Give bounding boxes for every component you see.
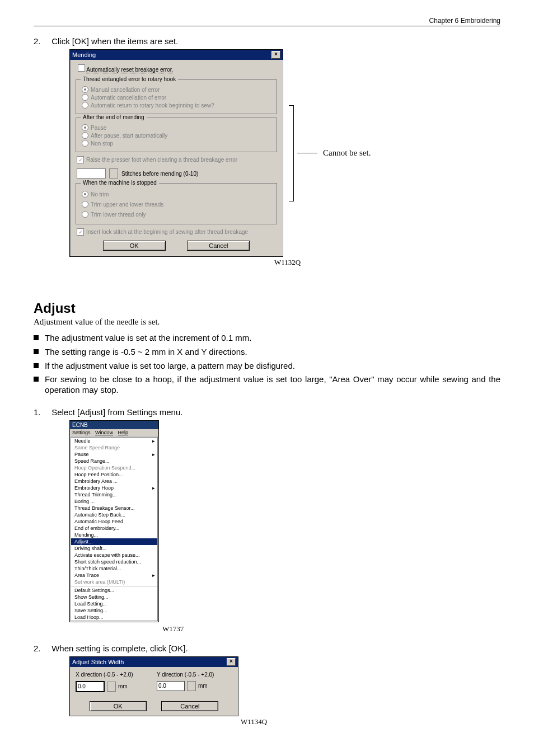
radio-icon[interactable]: [82, 124, 88, 131]
mi-load-hoop[interactable]: Load Hoop...: [71, 614, 157, 621]
checkbox-icon[interactable]: [78, 64, 85, 72]
grp1-opt1: Manual cancellation of error: [91, 87, 160, 93]
mi-activate[interactable]: Activate escape with pause...: [71, 552, 157, 558]
mm-label: mm: [118, 683, 128, 689]
mi-auto-step[interactable]: Automatic Step Back...: [71, 511, 157, 518]
menu-list: Needle Same Speed Range Pause Speed Rang…: [71, 437, 158, 621]
grp1-opt3: Automatic return to rotary hook beginnin…: [91, 102, 214, 109]
group1-legend: Thread entangled error to rotary hook: [81, 76, 178, 82]
mending-title: Mending: [72, 51, 96, 58]
step-2a: 2. Click [OK] when the items are set.: [34, 36, 500, 46]
mi-driving[interactable]: Driving shaft...: [71, 545, 157, 552]
mi-needle[interactable]: Needle: [71, 438, 157, 444]
auto-reset-label: Automatically reset breakage error.: [86, 67, 173, 73]
close-icon[interactable]: ×: [271, 51, 280, 59]
grp2-opt2: After pause, start automatically: [91, 133, 167, 139]
mi-short-stitch[interactable]: Short stitch speed reduction...: [71, 558, 157, 565]
cannot-text: Cannot be set.: [323, 148, 371, 158]
bullet-3: If the adjustment value is set too large…: [34, 359, 500, 373]
mi-emb-hoop[interactable]: Embroidery Hoop: [71, 485, 157, 491]
radio-icon[interactable]: [82, 140, 88, 147]
menu-help[interactable]: Help: [118, 430, 129, 435]
mi-boring[interactable]: Boring ...: [71, 498, 157, 505]
spinner-icon[interactable]: [109, 168, 118, 179]
step-1b-text: Select [Adjust] from Settings menu.: [51, 407, 182, 417]
menu-window-title: ECNB: [70, 421, 158, 429]
adjust-dialog: Adjust Stitch Width × X direction (-0.5 …: [69, 656, 238, 716]
ok-button[interactable]: OK: [103, 241, 166, 251]
stitches-spin-input[interactable]: [77, 168, 106, 179]
grp3-opt2: Trim upper and lower threads: [91, 201, 163, 208]
checkbox-icon[interactable]: ✓: [77, 228, 84, 236]
radio-icon[interactable]: [82, 211, 88, 218]
spinner-icon[interactable]: [107, 682, 116, 692]
checkbox-icon[interactable]: ✓: [77, 156, 84, 163]
y-input[interactable]: 0.0: [157, 681, 185, 691]
adjust-titlebar: Adjust Stitch Width ×: [70, 657, 238, 667]
mi-hoop-op: Hoop Operation Suspend...: [71, 464, 157, 471]
bullet-4: For sewing to be close to a hoop, if the…: [34, 373, 500, 397]
mi-default[interactable]: Default Settings...: [71, 586, 157, 594]
group-after-mending: After the end of mending Pause After pau…: [76, 118, 277, 152]
chk-lock-label: Insert lock stitch at the beginning of s…: [86, 229, 248, 235]
group3-legend: When the machine is stopped: [81, 180, 159, 186]
grp2-opt1: Pause: [91, 125, 106, 131]
radio-icon[interactable]: [82, 191, 88, 198]
mi-load-set[interactable]: Load Setting...: [71, 600, 157, 607]
grp3-opt1: No trim: [91, 191, 109, 198]
step-2b-text: When setting is complete, click [OK].: [51, 644, 188, 653]
auto-reset-row: Automatically reset breakage error.: [74, 63, 278, 76]
mi-area-trace[interactable]: Area Trace: [71, 572, 157, 579]
mm-label: mm: [198, 683, 208, 689]
radio-icon[interactable]: [82, 94, 88, 101]
x-label: X direction (-0.5 - +2.0): [76, 672, 151, 678]
mi-end-emb[interactable]: End of embroidery...: [71, 525, 157, 532]
mi-show[interactable]: Show Setting...: [71, 594, 157, 600]
stitches-before-label: Stitches before mending (0-10): [121, 171, 198, 177]
grp2-opt3: Non stop: [91, 140, 113, 147]
mi-auto-hoop[interactable]: Automatic Hoop Feed: [71, 518, 157, 525]
group-machine-stopped: When the machine is stopped No trim Trim…: [76, 183, 277, 224]
step-2a-text: Click [OK] when the items are set.: [51, 36, 178, 46]
mi-hoop-feed[interactable]: Hoop Feed Position...: [71, 471, 157, 478]
line-icon: [297, 153, 317, 153]
mending-dialog: Mending × Automatically reset breakage e…: [69, 49, 283, 257]
cancel-button[interactable]: Cancel: [161, 701, 218, 711]
menu-settings[interactable]: Settings: [72, 430, 91, 435]
mi-mending[interactable]: Mending...: [71, 532, 157, 538]
settings-menu-shot: ECNB Settings Window Help Needle Same Sp…: [69, 420, 159, 622]
radio-icon[interactable]: [82, 102, 88, 109]
page-header: Chapter 6 Embroidering: [34, 17, 500, 26]
radio-icon[interactable]: [82, 201, 88, 208]
radio-icon[interactable]: [82, 132, 88, 139]
group-thread-entangled: Thread entangled error to rotary hook Ma…: [76, 79, 277, 114]
fig-label-2: W1737: [162, 624, 500, 633]
mi-thread-break[interactable]: Thread Breakage Sensor...: [71, 505, 157, 511]
stitches-before-row: Stitches before mending (0-10): [77, 168, 276, 179]
mi-thin-thick[interactable]: Thin/Thick material...: [71, 565, 157, 572]
adjust-intro: Adjustment value of the needle is set.: [34, 317, 500, 327]
chk-raise-label: Raise the presser foot when clearing a t…: [86, 157, 237, 163]
cannot-annotation: Cannot be set.: [289, 105, 371, 201]
y-label: Y direction (-0.5 - +2.0): [157, 672, 232, 678]
step-2a-num: 2.: [34, 36, 49, 46]
mi-emb-area[interactable]: Embroidery Area ...: [71, 478, 157, 485]
bracket-icon: [289, 105, 294, 201]
menu-window[interactable]: Window: [95, 430, 113, 435]
menubar: Settings Window Help: [70, 429, 158, 436]
grp3-opt3: Trim lower thread only: [91, 212, 146, 218]
radio-icon[interactable]: [82, 86, 88, 93]
ok-button[interactable]: OK: [90, 701, 147, 711]
spinner-icon[interactable]: [187, 681, 196, 691]
adjust-title: Adjust Stitch Width: [72, 659, 124, 665]
mi-adjust[interactable]: Adjust...: [71, 538, 157, 545]
x-input[interactable]: 0.0: [76, 681, 105, 692]
mi-speed-range[interactable]: Speed Range...: [71, 458, 157, 464]
mi-pause[interactable]: Pause: [71, 451, 157, 458]
cancel-button[interactable]: Cancel: [187, 241, 250, 251]
mending-titlebar: Mending ×: [70, 50, 283, 60]
mi-thread-trim[interactable]: Thread Trimming...: [71, 491, 157, 498]
mi-save-set[interactable]: Save Setting...: [71, 607, 157, 614]
close-icon[interactable]: ×: [227, 658, 236, 666]
adjust-heading: Adjust: [34, 300, 500, 316]
